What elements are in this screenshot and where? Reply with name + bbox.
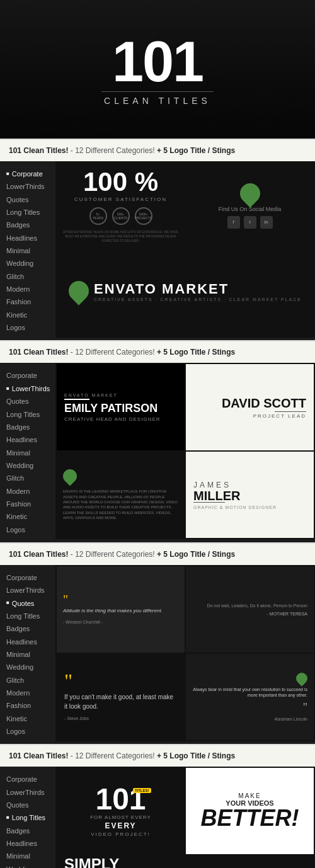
sidebar-item-glitch-1[interactable]: Glitch (5, 270, 55, 283)
envato-logo: ENVATO MARKET CREATIVE ASSETS · CREATIVE… (69, 281, 302, 302)
quote-text-2: Do not wait, Leaders, Do it alone, Perso… (207, 603, 307, 610)
facebook-icon: f (227, 216, 240, 229)
section-corporate: ■ Corporate LowerThirds Quotes Long Titl… (0, 161, 315, 340)
sidebar-item-wedding-2[interactable]: Wedding (5, 459, 55, 472)
sidebar-item-fashion-3[interactable]: Fashion (5, 699, 55, 712)
sidebar-item-modern-1[interactable]: Modern (5, 283, 55, 295)
sidebar-label: Quotes (6, 193, 28, 206)
sidebar-label: Long Titles (6, 206, 40, 219)
content-quotes: " Attitude is the thing that makes you d… (55, 565, 315, 741)
sidebar-item-headlines-2[interactable]: Headlines (5, 433, 55, 446)
sidebar-item-glitch-3[interactable]: Glitch (5, 674, 55, 687)
sidebar-item-lowerthirds-3[interactable]: LowerThirds (5, 584, 55, 597)
simply-text: SIMPLY (64, 857, 119, 868)
sidebar-item-modern-2[interactable]: Modern (5, 485, 55, 498)
leaf-icon-small (60, 467, 79, 486)
card-david: DAVID SCOTT PROJECT LEAD (186, 364, 314, 450)
sidebar-item-logos-1[interactable]: Logos (5, 321, 55, 334)
sidebar-label: Quotes (6, 799, 28, 811)
sidebar-item-minimal-4[interactable]: Minimal (5, 850, 55, 862)
envato-tagline: CREATIVE ASSETS · CREATIVE ARTISTS · CLE… (94, 297, 302, 302)
sidebar-item-badges-4[interactable]: Badges (5, 825, 55, 837)
sidebar-item-minimal-3[interactable]: Minimal (5, 648, 55, 661)
sidebar-label: Badges (6, 825, 30, 837)
card-101: 101 TITLES! FOR ALMOST EVERY EVERY VIDEO… (57, 768, 185, 854)
sidebar-item-quotes-3[interactable]: ■ Quotes (5, 597, 55, 610)
banner-main-3: 101 Clean Titles! (9, 550, 69, 559)
sidebar-item-corporate-1[interactable]: ■ Corporate (5, 168, 55, 180)
sidebar-item-logos-2[interactable]: Logos (5, 523, 55, 536)
sidebar-label: Corporate (12, 168, 43, 180)
percent-value: 100 % (83, 169, 158, 195)
sidebar-label: LowerThirds (6, 584, 45, 597)
quote-text-3: If you can't make it good, at least make… (64, 692, 177, 711)
sidebar-label: Kinetic (6, 712, 27, 725)
card-emily: ENVATO MARKET EMILY PATIRSON CREATIVE HE… (57, 364, 185, 450)
banner-mid-4: - 12 Different Categories! (69, 751, 158, 760)
sidebar-item-badges-1[interactable]: Badges (5, 219, 55, 231)
sidebar-label: Fashion (6, 295, 31, 308)
sidebar-item-longtitles-1[interactable]: Long Titles (5, 206, 55, 219)
sidebar-item-minimal-1[interactable]: Minimal (5, 244, 55, 257)
sidebar-item-corporate-2[interactable]: Corporate (5, 369, 55, 382)
content-longtitles: 101 TITLES! FOR ALMOST EVERY EVERY VIDEO… (55, 767, 315, 868)
card-social: Find Us On Social Media f t in (186, 163, 314, 249)
sidebar-item-lowerthirds-1[interactable]: LowerThirds (5, 180, 55, 193)
quote-author-4: Abraham Lincoln (274, 717, 307, 721)
emily-label: ENVATO MARKET (64, 393, 118, 397)
banner-end-1: + 5 Logo Title / Stings (157, 146, 235, 155)
sidebar-label: Headlines (6, 232, 37, 244)
banner-mid-1: - 12 Different Categories! (69, 146, 158, 155)
card-james: JAMES MILLER GRAPHIC & MOTION DESIGNER (186, 452, 314, 538)
sidebar-item-headlines-3[interactable]: Headlines (5, 636, 55, 648)
sidebar-label: Headlines (6, 636, 37, 648)
banner-main-2: 101 Clean Titles! (9, 348, 69, 357)
sidebar-item-wedding-1[interactable]: Wedding (5, 257, 55, 270)
sidebar-label: Glitch (6, 674, 24, 687)
make-text: MAKE (238, 792, 261, 799)
sidebar-item-quotes-1[interactable]: Quotes (5, 193, 55, 206)
sidebar-label: Fashion (6, 498, 31, 510)
sidebar-item-fashion-2[interactable]: Fashion (5, 498, 55, 510)
sidebar-item-quotes-4[interactable]: Quotes (5, 799, 55, 811)
sidebar-item-longtitles-4[interactable]: ■ Long Titles (5, 811, 55, 824)
sidebar-item-glitch-2[interactable]: Glitch (5, 472, 55, 484)
banner-end-2: + 5 Logo Title / Stings (157, 348, 235, 357)
sidebar-item-quotes-2[interactable]: Quotes (5, 395, 55, 408)
sidebar-item-fashion-1[interactable]: Fashion (5, 295, 55, 308)
card-quote1: " Attitude is the thing that makes you d… (57, 566, 185, 653)
sidebar-item-lowerthirds-2[interactable]: ■ LowerThirds (5, 382, 55, 395)
sidebar-item-headlines-4[interactable]: Headlines (5, 837, 55, 850)
envato-leaf-icon (64, 277, 93, 305)
quote-text-1: Attitude is the thing that makes you dif… (63, 607, 163, 614)
sep-line (275, 411, 306, 412)
sidebar-item-kinetic-1[interactable]: Kinetic (5, 309, 55, 321)
banner-main-4: 101 Clean Titles! (9, 751, 69, 760)
sidebar-item-modern-3[interactable]: Modern (5, 687, 55, 699)
quote-open-3: " (64, 673, 72, 690)
sidebar-label: Wedding (6, 257, 33, 270)
sidebar-item-kinetic-2[interactable]: Kinetic (5, 510, 55, 523)
sidebar-item-lowerthirds-4[interactable]: LowerThirds (5, 786, 55, 799)
sidebar-item-corporate-3[interactable]: Corporate (5, 571, 55, 584)
card-quote4: Always bear in mind that your own resolu… (186, 654, 314, 740)
card-quote3: " If you can't make it good, at least ma… (57, 654, 185, 740)
sidebar-item-minimal-2[interactable]: Minimal (5, 447, 55, 459)
sidebar-item-corporate-4[interactable]: Corporate (5, 773, 55, 785)
quote-close-4: " (303, 701, 307, 714)
sidebar-item-badges-2[interactable]: Badges (5, 421, 55, 433)
sidebar-item-kinetic-3[interactable]: Kinetic (5, 712, 55, 725)
sidebar-item-longtitles-3[interactable]: Long Titles (5, 610, 55, 622)
sidebar-item-wedding-3[interactable]: Wedding (5, 661, 55, 673)
sidebar-label: Modern (6, 687, 30, 699)
card-simply: SIMPLY DRAG & DROP SEPARATED FILES FOR E… (57, 855, 185, 868)
better-text: BETTER! (201, 807, 299, 830)
hero-section: 101 CLEAN TITLES (0, 0, 315, 139)
social-icons-row: f t in (227, 216, 273, 229)
sidebar-item-logos-3[interactable]: Logos (5, 725, 55, 738)
sidebar-item-headlines-1[interactable]: Headlines (5, 232, 55, 244)
sidebar-item-wedding-4[interactable]: Wedding (5, 863, 55, 868)
sidebar-item-badges-3[interactable]: Badges (5, 622, 55, 635)
sidebar-item-longtitles-2[interactable]: Long Titles (5, 408, 55, 421)
sidebar-label: Corporate (6, 773, 37, 785)
